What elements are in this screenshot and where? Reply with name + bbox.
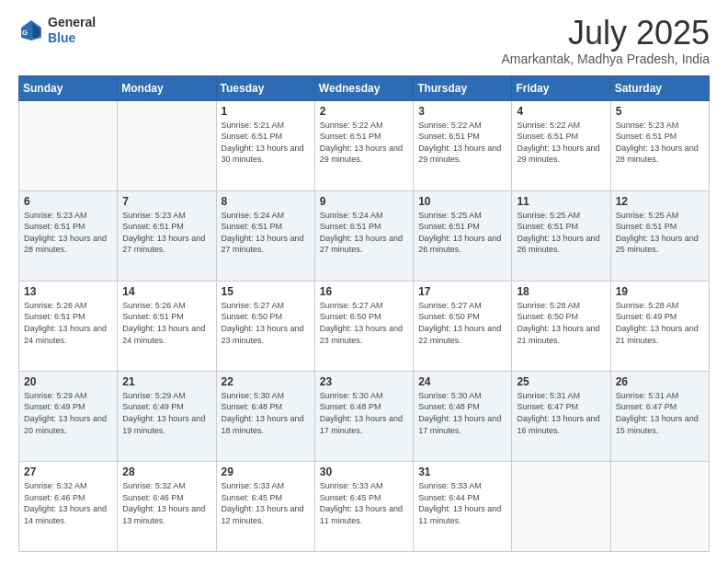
day-info: Sunrise: 5:24 AM Sunset: 6:51 PM Dayligh… [320,210,408,256]
day-number: 27 [24,465,112,478]
calendar-cell: 13Sunrise: 5:26 AM Sunset: 6:51 PM Dayli… [19,281,118,371]
day-number: 1 [222,105,310,118]
day-info: Sunrise: 5:33 AM Sunset: 6:44 PM Dayligh… [418,480,506,526]
day-number: 30 [320,465,408,478]
day-number: 2 [320,105,408,118]
day-header-thursday: Thursday [414,75,512,100]
calendar-cell: 26Sunrise: 5:31 AM Sunset: 6:47 PM Dayli… [610,371,709,461]
day-info: Sunrise: 5:32 AM Sunset: 6:46 PM Dayligh… [122,480,210,526]
calendar-cell: 24Sunrise: 5:30 AM Sunset: 6:48 PM Dayli… [414,371,512,461]
page: G General Blue July 2025 Amarkantak, Mad… [0,0,728,563]
day-info: Sunrise: 5:26 AM Sunset: 6:51 PM Dayligh… [122,300,210,346]
calendar-cell [19,100,118,190]
day-number: 14 [122,285,210,298]
day-info: Sunrise: 5:27 AM Sunset: 6:50 PM Dayligh… [418,300,506,346]
day-info: Sunrise: 5:21 AM Sunset: 6:51 PM Dayligh… [222,120,310,166]
calendar-cell: 5Sunrise: 5:23 AM Sunset: 6:51 PM Daylig… [610,100,709,190]
calendar-week-1: 1Sunrise: 5:21 AM Sunset: 6:51 PM Daylig… [19,100,710,190]
svg-text:G: G [22,28,28,36]
calendar-week-5: 27Sunrise: 5:32 AM Sunset: 6:46 PM Dayli… [19,461,710,551]
day-info: Sunrise: 5:25 AM Sunset: 6:51 PM Dayligh… [517,210,605,256]
day-header-monday: Monday [118,75,216,100]
calendar-cell [118,100,216,190]
day-info: Sunrise: 5:22 AM Sunset: 6:51 PM Dayligh… [418,120,506,166]
day-number: 16 [320,285,408,298]
calendar-cell: 20Sunrise: 5:29 AM Sunset: 6:49 PM Dayli… [19,371,118,461]
calendar-header-row: SundayMondayTuesdayWednesdayThursdayFrid… [19,75,710,100]
day-header-saturday: Saturday [610,75,709,100]
calendar-cell: 3Sunrise: 5:22 AM Sunset: 6:51 PM Daylig… [414,100,512,190]
calendar-week-2: 6Sunrise: 5:23 AM Sunset: 6:51 PM Daylig… [19,190,710,281]
day-info: Sunrise: 5:24 AM Sunset: 6:51 PM Dayligh… [222,210,310,256]
calendar-cell: 14Sunrise: 5:26 AM Sunset: 6:51 PM Dayli… [118,281,216,371]
day-header-sunday: Sunday [19,75,118,100]
day-info: Sunrise: 5:23 AM Sunset: 6:51 PM Dayligh… [616,120,704,166]
day-header-wednesday: Wednesday [314,75,413,100]
day-number: 7 [122,195,210,208]
calendar-cell: 16Sunrise: 5:27 AM Sunset: 6:50 PM Dayli… [314,281,413,371]
day-number: 10 [418,195,506,208]
day-header-tuesday: Tuesday [216,75,314,100]
calendar-cell: 8Sunrise: 5:24 AM Sunset: 6:51 PM Daylig… [216,190,314,281]
day-info: Sunrise: 5:32 AM Sunset: 6:46 PM Dayligh… [24,480,112,526]
day-info: Sunrise: 5:30 AM Sunset: 6:48 PM Dayligh… [418,390,506,436]
day-header-friday: Friday [512,75,610,100]
calendar-cell: 27Sunrise: 5:32 AM Sunset: 6:46 PM Dayli… [19,461,118,551]
calendar-cell: 6Sunrise: 5:23 AM Sunset: 6:51 PM Daylig… [19,190,118,281]
day-info: Sunrise: 5:31 AM Sunset: 6:47 PM Dayligh… [517,390,605,436]
day-number: 18 [517,285,605,298]
day-number: 8 [222,195,310,208]
day-number: 11 [517,195,605,208]
calendar-cell: 11Sunrise: 5:25 AM Sunset: 6:51 PM Dayli… [512,190,610,281]
day-info: Sunrise: 5:33 AM Sunset: 6:45 PM Dayligh… [320,480,408,526]
calendar-cell: 21Sunrise: 5:29 AM Sunset: 6:49 PM Dayli… [118,371,216,461]
calendar-cell: 7Sunrise: 5:23 AM Sunset: 6:51 PM Daylig… [118,190,216,281]
day-number: 26 [616,375,704,388]
day-info: Sunrise: 5:22 AM Sunset: 6:51 PM Dayligh… [517,120,605,166]
day-info: Sunrise: 5:23 AM Sunset: 6:51 PM Dayligh… [24,210,112,256]
day-info: Sunrise: 5:27 AM Sunset: 6:50 PM Dayligh… [222,300,310,346]
day-info: Sunrise: 5:23 AM Sunset: 6:51 PM Dayligh… [122,210,210,256]
day-info: Sunrise: 5:30 AM Sunset: 6:48 PM Dayligh… [222,390,310,436]
calendar-cell: 15Sunrise: 5:27 AM Sunset: 6:50 PM Dayli… [216,281,314,371]
day-number: 31 [418,465,506,478]
calendar-cell: 18Sunrise: 5:28 AM Sunset: 6:50 PM Dayli… [512,281,610,371]
day-number: 25 [517,375,605,388]
logo-line1: General [48,15,96,30]
calendar-cell: 29Sunrise: 5:33 AM Sunset: 6:45 PM Dayli… [216,461,314,551]
day-number: 29 [222,465,310,478]
day-info: Sunrise: 5:28 AM Sunset: 6:50 PM Dayligh… [517,300,605,346]
day-number: 17 [418,285,506,298]
month-title: July 2025 [502,15,710,52]
day-number: 12 [616,195,704,208]
day-number: 20 [24,375,112,388]
calendar-cell: 4Sunrise: 5:22 AM Sunset: 6:51 PM Daylig… [512,100,610,190]
day-info: Sunrise: 5:31 AM Sunset: 6:47 PM Dayligh… [616,390,704,436]
day-number: 21 [122,375,210,388]
day-number: 6 [24,195,112,208]
day-info: Sunrise: 5:27 AM Sunset: 6:50 PM Dayligh… [320,300,408,346]
day-info: Sunrise: 5:29 AM Sunset: 6:49 PM Dayligh… [24,390,112,436]
day-info: Sunrise: 5:25 AM Sunset: 6:51 PM Dayligh… [418,210,506,256]
calendar-cell: 17Sunrise: 5:27 AM Sunset: 6:50 PM Dayli… [414,281,512,371]
day-info: Sunrise: 5:25 AM Sunset: 6:51 PM Dayligh… [616,210,704,256]
calendar-cell: 22Sunrise: 5:30 AM Sunset: 6:48 PM Dayli… [216,371,314,461]
calendar-table: SundayMondayTuesdayWednesdayThursdayFrid… [18,75,710,552]
logo: G General Blue [18,15,96,46]
day-number: 23 [320,375,408,388]
calendar-cell: 2Sunrise: 5:22 AM Sunset: 6:51 PM Daylig… [314,100,413,190]
title-block: July 2025 Amarkantak, Madhya Pradesh, In… [502,15,710,66]
calendar-cell [610,461,709,551]
day-number: 9 [320,195,408,208]
day-number: 24 [418,375,506,388]
day-number: 4 [517,105,605,118]
calendar-week-4: 20Sunrise: 5:29 AM Sunset: 6:49 PM Dayli… [19,371,710,461]
day-number: 15 [222,285,310,298]
day-info: Sunrise: 5:33 AM Sunset: 6:45 PM Dayligh… [222,480,310,526]
header: G General Blue July 2025 Amarkantak, Mad… [18,15,710,66]
logo-text: General Blue [48,15,96,46]
calendar-cell: 1Sunrise: 5:21 AM Sunset: 6:51 PM Daylig… [216,100,314,190]
day-number: 3 [418,105,506,118]
calendar-cell: 23Sunrise: 5:30 AM Sunset: 6:48 PM Dayli… [314,371,413,461]
day-number: 5 [616,105,704,118]
